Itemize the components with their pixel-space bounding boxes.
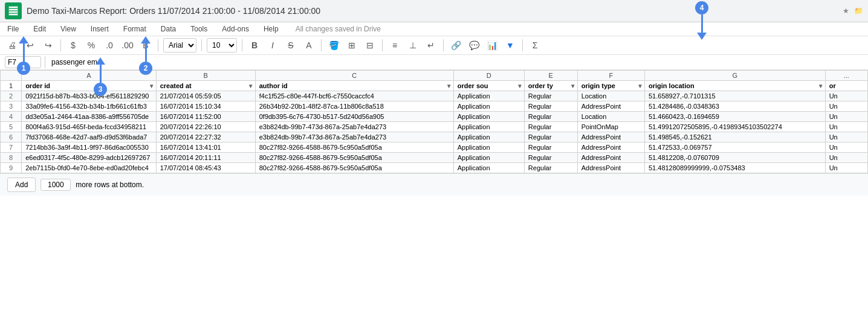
menu-tools[interactable]: Tools <box>188 24 210 34</box>
cell-origin-location-3[interactable]: 51.4284486,-0.0348363 <box>644 101 825 112</box>
cell-origin-location-2[interactable]: 51.658927,-0.7101315 <box>644 91 825 101</box>
font-size-select[interactable]: 10 <box>207 38 237 53</box>
cell-reference-input[interactable] <box>5 56 41 68</box>
add-rows-button[interactable]: Add <box>7 178 36 192</box>
cell-order-source-4[interactable]: Application <box>453 112 524 122</box>
link-btn[interactable]: 🔗 <box>449 38 463 53</box>
cell-or-7[interactable]: Un <box>825 142 867 153</box>
comment-btn[interactable]: 💬 <box>467 38 481 53</box>
cell-author-id-6[interactable]: e3b824db-99b7-473d-867a-25ab7e4da273 <box>255 132 453 142</box>
cell-created-at-5[interactable]: 20/07/2014 22:26:10 <box>156 122 255 132</box>
cell-order-source-9[interactable]: Application <box>453 163 524 173</box>
cell-or-8[interactable]: Un <box>825 153 867 163</box>
header-order-source[interactable]: order sou▼ <box>453 81 524 91</box>
bold-btn[interactable]: B <box>247 38 262 53</box>
cell-origin-type-2[interactable]: Location <box>577 91 644 101</box>
star-icon[interactable]: ★ <box>843 7 849 15</box>
menu-insert[interactable]: Insert <box>88 24 111 34</box>
cell-origin-location-7[interactable]: 51.472533,-0.069757 <box>644 142 825 153</box>
cell-created-at-3[interactable]: 16/07/2014 15:10:34 <box>156 101 255 112</box>
col-header-D[interactable]: D <box>453 71 524 81</box>
menu-addons[interactable]: Add-ons <box>219 24 251 34</box>
text-color-btn[interactable]: A <box>302 38 316 53</box>
menu-help[interactable]: Help <box>261 24 281 34</box>
redo-btn[interactable]: ↪ <box>41 38 56 53</box>
function-btn[interactable]: Σ <box>528 38 542 53</box>
cell-author-id-4[interactable]: 0f9db395-6c76-4730-b517-5d240d56a905 <box>255 112 453 122</box>
rows-count-input[interactable] <box>40 179 71 191</box>
cell-or-9[interactable]: Un <box>825 163 867 173</box>
filter-btn[interactable]: ▼ <box>503 38 517 53</box>
cell-order-source-3[interactable]: Application <box>453 101 524 112</box>
cell-origin-type-8[interactable]: AddressPoint <box>577 153 644 163</box>
col-header-E[interactable]: E <box>524 71 577 81</box>
cell-origin-type-4[interactable]: Location <box>577 112 644 122</box>
cell-origin-type-6[interactable]: AddressPoint <box>577 132 644 142</box>
header-author-id[interactable]: author id ▼ <box>255 81 453 91</box>
col-header-C[interactable]: C <box>255 71 453 81</box>
cell-order-source-8[interactable]: Application <box>453 153 524 163</box>
decimal-increase-btn[interactable]: .00 <box>120 38 135 53</box>
cell-order-type-6[interactable]: Regular <box>524 132 577 142</box>
cell-order-id-9[interactable]: 2eb7115b-0fd0-4e70-8ebe-ed0ad20febc4 <box>22 163 157 173</box>
borders-btn[interactable]: ⊞ <box>345 38 359 53</box>
cell-order-id-2[interactable]: 0921f15d-b87b-4b33-b064-ef5611829290 <box>22 91 157 101</box>
cell-origin-type-5[interactable]: PointOnMap <box>577 122 644 132</box>
cell-order-id-3[interactable]: 33a09fe6-4156-432b-b34b-1fb661c61fb3 <box>22 101 157 112</box>
strikethrough-btn[interactable]: S <box>283 38 298 53</box>
cell-origin-location-9[interactable]: 51.48128089999999,-0.0753483 <box>644 163 825 173</box>
col-header-B[interactable]: B <box>156 71 255 81</box>
header-origin-type[interactable]: origin type▼ <box>577 81 644 91</box>
formula-input[interactable] <box>49 57 863 68</box>
cell-origin-location-5[interactable]: 51.49912072505895,-0.41989345103502274 <box>644 122 825 132</box>
cell-order-id-5[interactable]: 800f4a63-915d-465f-beda-fccd34958211 <box>22 122 157 132</box>
cell-order-type-5[interactable]: Regular <box>524 122 577 132</box>
header-or[interactable]: or <box>825 81 867 91</box>
cell-created-at-8[interactable]: 16/07/2014 20:11:11 <box>156 153 255 163</box>
header-created-at[interactable]: created at ▼ <box>156 81 255 91</box>
currency-btn[interactable]: $ <box>66 38 80 53</box>
menu-view[interactable]: View <box>58 24 79 34</box>
cell-order-type-8[interactable]: Regular <box>524 153 577 163</box>
format-btn[interactable]: B <box>138 38 153 53</box>
fill-color-btn[interactable]: 🪣 <box>326 38 341 53</box>
cell-order-id-4[interactable]: dd3e05a1-2464-41aa-8386-a9ff556705de <box>22 112 157 122</box>
header-order-id[interactable]: order id ▼ <box>22 81 157 91</box>
cell-order-type-7[interactable]: Regular <box>524 142 577 153</box>
cell-created-at-7[interactable]: 16/07/2014 13:41:01 <box>156 142 255 153</box>
cell-origin-type-3[interactable]: AddressPoint <box>577 101 644 112</box>
cell-or-5[interactable]: Un <box>825 122 867 132</box>
cell-or-3[interactable]: Un <box>825 101 867 112</box>
font-family-select[interactable]: Arial <box>163 38 196 53</box>
cell-or-4[interactable]: Un <box>825 112 867 122</box>
wrap-btn[interactable]: ↵ <box>424 38 438 53</box>
col-header-A[interactable]: A <box>22 71 157 81</box>
cell-order-id-6[interactable]: 7fd37068-468e-42d7-aaf9-d9d53f6bada7 <box>22 132 157 142</box>
cell-author-id-9[interactable]: 80c27f82-9266-4588-8679-5c950a5df05a <box>255 163 453 173</box>
col-header-H[interactable]: ... <box>825 71 867 81</box>
menu-data[interactable]: Data <box>158 24 178 34</box>
cell-order-id-7[interactable]: 7214bb36-3a9f-4b11-9f97-86d6ac005530 <box>22 142 157 153</box>
cell-created-at-2[interactable]: 21/07/2014 05:59:05 <box>156 91 255 101</box>
cell-author-id-5[interactable]: e3b824db-99b7-473d-867a-25ab7e4da273 <box>255 122 453 132</box>
menu-format[interactable]: Format <box>121 24 149 34</box>
menu-file[interactable]: File <box>5 24 21 34</box>
italic-btn[interactable]: I <box>265 38 280 53</box>
header-order-type[interactable]: order ty▼ <box>524 81 577 91</box>
col-header-F[interactable]: F <box>577 71 644 81</box>
col-header-G[interactable]: G <box>644 71 825 81</box>
chart-btn[interactable]: 📊 <box>485 38 499 53</box>
cell-order-source-6[interactable]: Application <box>453 132 524 142</box>
cell-author-id-7[interactable]: 80c27f82-9266-4588-8679-5c950a5df05a <box>255 142 453 153</box>
cell-order-type-3[interactable]: Regular <box>524 101 577 112</box>
percent-btn[interactable]: % <box>84 38 99 53</box>
valign-btn[interactable]: ⊥ <box>406 38 420 53</box>
menu-edit[interactable]: Edit <box>31 24 48 34</box>
cell-or-6[interactable]: Un <box>825 132 867 142</box>
cell-origin-location-6[interactable]: 51.498545,-0.152621 <box>644 132 825 142</box>
cell-author-id-2[interactable]: f4c1f525-c80e-447f-bcf6-c7550caccfc4 <box>255 91 453 101</box>
undo-btn[interactable]: ↩ <box>23 38 37 53</box>
cell-order-source-5[interactable]: Application <box>453 122 524 132</box>
align-btn[interactable]: ≡ <box>387 38 402 53</box>
decimal-decrease-btn[interactable]: .0 <box>102 38 117 53</box>
